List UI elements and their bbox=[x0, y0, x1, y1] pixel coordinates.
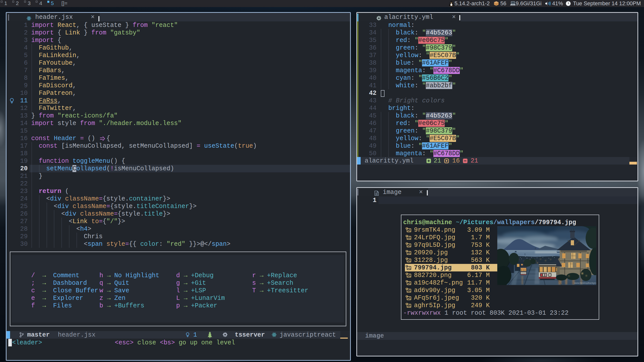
svg-text:www.DesktopBackground.org: www.DesktopBackground.org bbox=[574, 282, 596, 284]
